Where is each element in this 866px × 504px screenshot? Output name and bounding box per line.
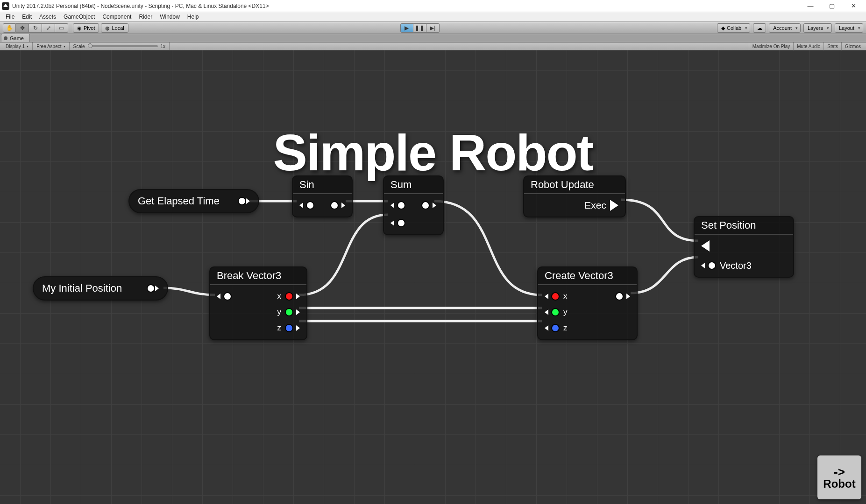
menu-window[interactable]: Window xyxy=(156,13,184,21)
step-button[interactable]: ▶| xyxy=(426,23,440,33)
node-title: Sum xyxy=(384,176,443,194)
output-port[interactable] xyxy=(147,284,155,293)
play-controls: ▶ ❚❚ ▶| xyxy=(400,23,440,33)
unity-logo-icon xyxy=(2,2,9,10)
scale-slider[interactable] xyxy=(88,45,158,47)
rect-tool-button[interactable]: ▭ xyxy=(55,23,68,33)
play-button[interactable]: ▶ xyxy=(400,23,413,33)
chevron-right-icon xyxy=(296,309,300,315)
port-label-y: y xyxy=(277,308,282,317)
input-port-vector3[interactable] xyxy=(708,261,716,270)
node-robot-update[interactable]: Robot Update Exec xyxy=(523,175,626,217)
pivot-toggle[interactable]: ◉ Pivot xyxy=(73,23,99,33)
input-port[interactable] xyxy=(223,292,232,301)
scale-label: Scale xyxy=(73,44,85,49)
scale-slider-thumb[interactable] xyxy=(88,43,92,48)
input-port-z[interactable] xyxy=(551,324,560,332)
window-title: Unity 2017.2.0b2 Personal (64bit) - Node… xyxy=(12,3,269,9)
collab-dropdown[interactable]: ◆ Collab xyxy=(717,23,750,33)
node-sum[interactable]: Sum xyxy=(383,175,444,235)
output-port[interactable] xyxy=(615,292,624,301)
menu-component[interactable]: Component xyxy=(99,13,135,21)
menu-help[interactable]: Help xyxy=(184,13,203,21)
port-label-vector3: Vector3 xyxy=(720,260,752,271)
account-dropdown[interactable]: Account xyxy=(769,23,801,33)
menu-gameobject[interactable]: GameObject xyxy=(60,13,99,21)
move-tool-button[interactable]: ✥ xyxy=(16,23,29,33)
output-port-z[interactable] xyxy=(285,324,293,332)
input-port-a[interactable] xyxy=(397,201,405,210)
hand-tool-button[interactable]: ✋ xyxy=(3,23,16,33)
output-port[interactable] xyxy=(421,201,430,210)
layout-label: Layout xyxy=(839,25,854,31)
main-toolbar: ✋ ✥ ↻ ⤢ ▭ ◉ Pivot ◍ Local ▶ ❚❚ ▶| ◆ Coll… xyxy=(0,22,866,34)
editor-tab-strip: Game xyxy=(0,34,866,42)
graph-title: Simple Robot xyxy=(273,123,593,182)
output-port[interactable] xyxy=(238,197,246,205)
stats-toggle[interactable]: Stats xyxy=(823,42,841,50)
aspect-dropdown[interactable]: Free Aspect xyxy=(33,42,69,50)
node-graph-canvas[interactable]: Simple Robot Get Elapsed Time My Initial… xyxy=(0,50,866,504)
collab-label: Collab xyxy=(727,25,741,31)
menu-assets[interactable]: Assets xyxy=(35,13,60,21)
chevron-left-icon xyxy=(701,263,705,268)
node-get-elapsed-time[interactable]: Get Elapsed Time xyxy=(128,189,259,213)
input-port-x[interactable] xyxy=(551,292,560,301)
exec-label: Exec xyxy=(584,200,606,211)
node-title: Robot Update xyxy=(524,176,625,194)
cloud-button[interactable]: ☁ xyxy=(753,23,766,33)
node-break-vector3[interactable]: Break Vector3 x y z xyxy=(209,266,307,340)
node-create-vector3[interactable]: Create Vector3 x y z xyxy=(537,266,638,340)
transform-tools: ✋ ✥ ↻ ⤢ ▭ xyxy=(3,23,68,33)
maximize-on-play-toggle[interactable]: Maximize On Play xyxy=(749,42,794,50)
menu-file[interactable]: File xyxy=(2,13,18,21)
mute-audio-toggle[interactable]: Mute Audio xyxy=(793,42,823,50)
exec-output-port[interactable] xyxy=(610,200,618,211)
node-title: Break Vector3 xyxy=(210,267,306,285)
output-port-y[interactable] xyxy=(285,308,293,316)
exec-input-port[interactable] xyxy=(701,240,710,252)
scale-value: 1x xyxy=(161,44,166,49)
rotate-tool-button[interactable]: ↻ xyxy=(29,23,42,33)
port-label-x: x xyxy=(563,292,568,301)
node-set-position[interactable]: Set Position Vector3 xyxy=(694,216,794,278)
pivot-label: Pivot xyxy=(84,25,95,31)
menu-rider[interactable]: Rider xyxy=(135,13,156,21)
output-port[interactable] xyxy=(330,201,339,210)
display-dropdown[interactable]: Display 1 xyxy=(2,42,33,50)
account-label: Account xyxy=(773,25,792,31)
node-my-initial-position[interactable]: My Initial Position xyxy=(33,276,168,301)
chevron-right-icon xyxy=(246,198,250,204)
window-close-button[interactable]: ✕ xyxy=(843,0,864,12)
chevron-left-icon xyxy=(217,294,220,299)
scale-control: Scale 1x xyxy=(70,42,170,50)
chevron-left-icon xyxy=(390,203,394,208)
window-maximize-button[interactable]: ▢ xyxy=(821,0,843,12)
menu-edit[interactable]: Edit xyxy=(18,13,35,21)
input-port-b[interactable] xyxy=(397,219,405,227)
input-port-y[interactable] xyxy=(551,308,560,316)
chevron-right-icon xyxy=(296,294,300,299)
robot-button[interactable]: -> Robot xyxy=(817,455,861,499)
node-title: Create Vector3 xyxy=(538,267,637,285)
local-toggle[interactable]: ◍ Local xyxy=(101,23,128,33)
input-port[interactable] xyxy=(306,201,314,210)
layers-dropdown[interactable]: Layers xyxy=(803,23,832,33)
scale-tool-button[interactable]: ⤢ xyxy=(42,23,55,33)
window-minimize-button[interactable]: — xyxy=(800,0,821,12)
gizmos-dropdown[interactable]: Gizmos xyxy=(841,42,864,50)
game-tab[interactable]: Game xyxy=(1,34,30,42)
node-label: My Initial Position xyxy=(42,282,122,294)
chevron-right-icon xyxy=(296,325,300,331)
port-label-z: z xyxy=(563,323,568,333)
output-port-x[interactable] xyxy=(285,292,293,301)
node-title: Set Position xyxy=(695,217,793,235)
chevron-left-icon xyxy=(390,220,394,226)
chevron-left-icon xyxy=(545,325,548,331)
layout-dropdown[interactable]: Layout xyxy=(835,23,863,33)
node-sin[interactable]: Sin xyxy=(292,175,353,217)
chevron-left-icon xyxy=(545,309,548,315)
window-titlebar: Unity 2017.2.0b2 Personal (64bit) - Node… xyxy=(0,0,866,12)
node-title: Sin xyxy=(293,176,352,194)
pause-button[interactable]: ❚❚ xyxy=(413,23,426,33)
